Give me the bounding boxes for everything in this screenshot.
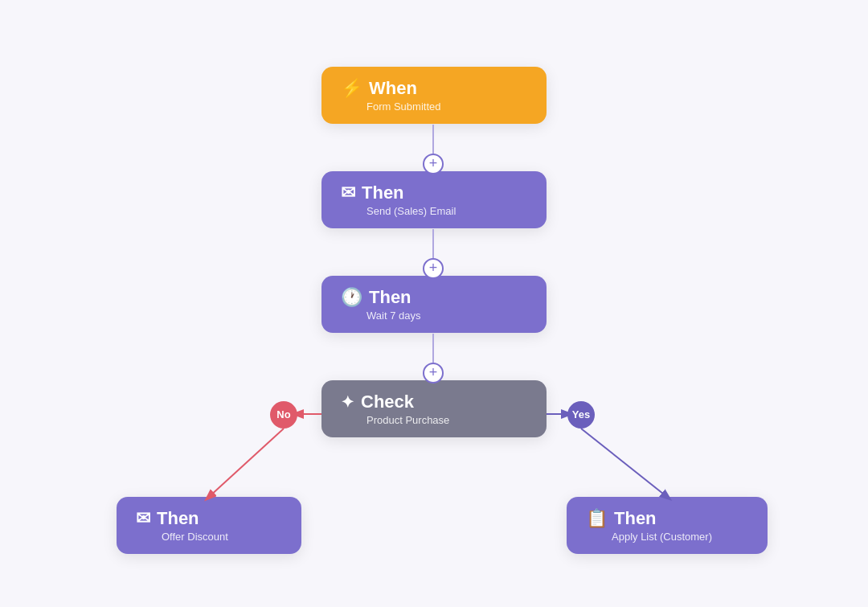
connector-3[interactable]: + — [423, 363, 444, 383]
offer-email-icon: ✉ — [136, 508, 150, 529]
when-node[interactable]: ⚡ When Form Submitted — [321, 67, 547, 124]
when-node-title: ⚡ When — [341, 78, 417, 99]
apply-node-title: 📋 Then — [586, 508, 657, 529]
send-email-node-title: ✉ Then — [341, 183, 404, 203]
connector-2[interactable]: + — [423, 258, 444, 279]
workflow-canvas: ⚡ When Form Submitted + ✉ Then Send (Sal… — [72, 23, 796, 585]
apply-node-subtitle: Apply List (Customer) — [612, 531, 712, 543]
apply-list-node[interactable]: 📋 Then Apply List (Customer) — [567, 497, 768, 554]
check-node[interactable]: ✦ Check Product Purchase — [321, 380, 547, 437]
check-node-subtitle: Product Purchase — [366, 414, 449, 426]
send-email-node[interactable]: ✉ Then Send (Sales) Email — [321, 171, 547, 228]
svg-line-9 — [581, 429, 667, 497]
no-badge: No — [270, 401, 297, 429]
check-node-title: ✦ Check — [341, 392, 414, 412]
connector-1[interactable]: + — [423, 154, 444, 174]
when-node-subtitle: Form Submitted — [366, 100, 440, 113]
svg-line-7 — [209, 429, 284, 497]
offer-node-title: ✉ Then — [136, 508, 199, 529]
offer-discount-node[interactable]: ✉ Then Offer Discount — [117, 497, 301, 554]
send-email-node-subtitle: Send (Sales) Email — [366, 205, 456, 217]
lightning-icon: ⚡ — [341, 78, 362, 99]
clock-icon: 🕐 — [341, 287, 362, 308]
wait-node[interactable]: 🕐 Then Wait 7 days — [321, 276, 547, 333]
wait-node-subtitle: Wait 7 days — [366, 310, 420, 322]
offer-node-subtitle: Offer Discount — [162, 531, 228, 543]
yes-badge: Yes — [567, 401, 595, 429]
wait-node-title: 🕐 Then — [341, 287, 411, 308]
email-icon: ✉ — [341, 183, 355, 203]
list-icon: 📋 — [586, 508, 608, 529]
check-icon: ✦ — [341, 392, 354, 412]
